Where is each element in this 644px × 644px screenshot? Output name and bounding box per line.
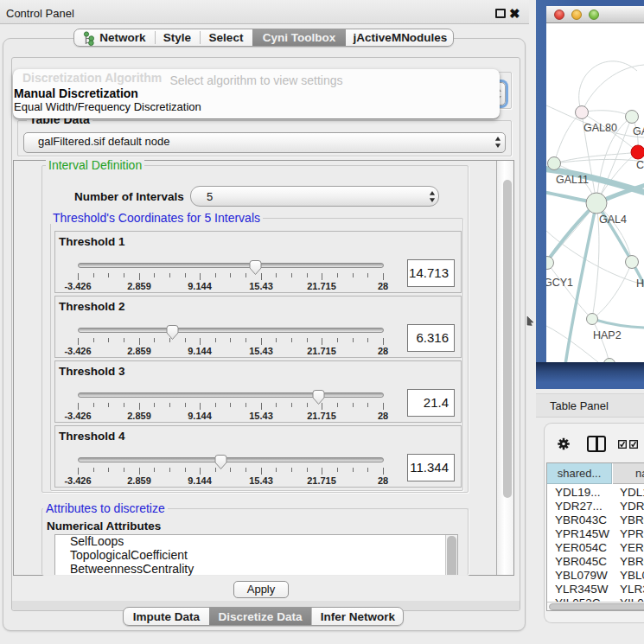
svg-text:GA: GA — [633, 125, 644, 137]
svg-text:GAL4: GAL4 — [599, 214, 627, 226]
svg-text:GAL80: GAL80 — [583, 122, 617, 134]
svg-text:GCY1: GCY1 — [546, 277, 573, 289]
svg-text:H: H — [636, 277, 644, 290]
svg-text:C: C — [636, 159, 644, 171]
svg-text:HAP2: HAP2 — [593, 329, 622, 341]
svg-text:GAL11: GAL11 — [556, 174, 589, 186]
